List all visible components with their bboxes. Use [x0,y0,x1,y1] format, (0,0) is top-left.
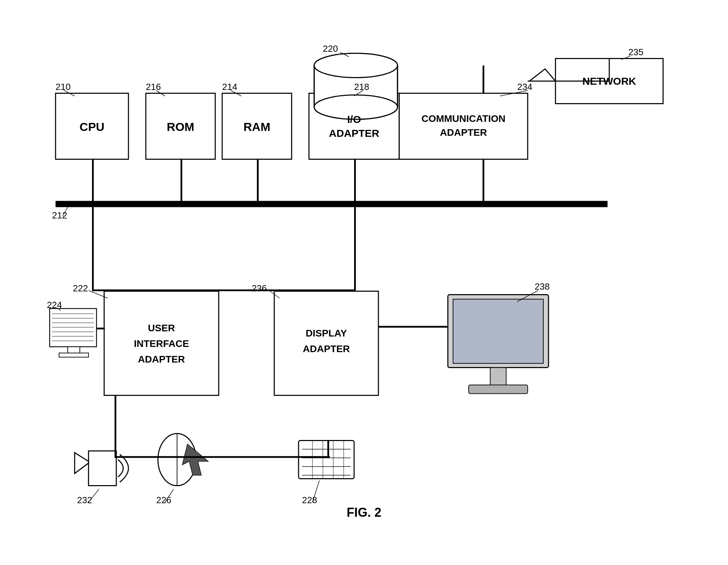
svg-text:ROM: ROM [167,120,194,133]
svg-marker-46 [75,453,89,474]
svg-line-64 [156,91,165,96]
svg-rect-4 [483,159,484,202]
svg-text:224: 224 [47,300,62,310]
svg-text:218: 218 [354,82,369,92]
svg-rect-45 [89,451,116,486]
svg-line-76 [62,204,69,217]
svg-text:NETWORK: NETWORK [583,75,636,87]
svg-rect-9 [483,66,484,125]
svg-rect-33 [299,441,354,479]
svg-rect-17 [274,291,378,396]
svg-rect-0 [92,159,94,202]
svg-rect-32 [469,385,528,394]
svg-text:216: 216 [146,82,161,92]
svg-text:228: 228 [302,495,317,505]
svg-line-80 [269,291,279,298]
svg-text:RAM: RAM [243,120,270,133]
svg-rect-20 [314,66,398,107]
svg-rect-6 [354,207,356,291]
svg-rect-7 [92,290,355,291]
svg-rect-30 [453,299,543,364]
svg-rect-5 [92,207,94,291]
svg-marker-44 [182,444,208,475]
svg-rect-29 [448,295,549,368]
svg-line-86 [89,489,99,502]
svg-text:236: 236 [252,283,267,293]
svg-text:210: 210 [56,82,70,92]
svg-rect-2 [257,159,259,202]
svg-rect-56 [59,353,89,357]
svg-text:ADAPTER: ADAPTER [440,127,487,138]
diagram-container: 210 216 214 218 220 234 235 212 222 236 … [21,21,707,530]
svg-text:214: 214 [222,82,237,92]
svg-line-62 [64,91,75,96]
system-bus [56,201,608,207]
svg-line-88 [165,489,174,502]
svg-text:INTERFACE: INTERFACE [134,338,189,349]
svg-rect-14 [399,93,528,159]
svg-text:234: 234 [517,82,532,92]
svg-point-25 [314,95,398,119]
svg-text:I/O: I/O [347,114,361,125]
svg-line-72 [500,91,528,96]
svg-rect-11 [146,93,215,159]
svg-rect-8 [354,66,356,125]
svg-line-66 [231,91,241,96]
svg-point-42 [158,434,196,486]
svg-line-78 [89,291,108,298]
svg-point-21 [314,95,398,119]
svg-rect-58 [115,456,330,458]
svg-text:COMMUNICATION: COMMUNICATION [421,113,505,124]
svg-text:226: 226 [156,495,171,505]
svg-text:238: 238 [535,281,550,292]
svg-line-90 [312,481,319,502]
figure-label: FIG. 2 [346,505,381,520]
svg-rect-16 [104,291,219,396]
svg-text:220: 220 [323,43,338,54]
svg-text:DISPLAY: DISPLAY [306,328,347,339]
svg-line-82 [517,291,538,302]
svg-rect-1 [181,159,182,202]
svg-rect-59 [327,441,329,458]
svg-text:235: 235 [628,47,643,57]
svg-line-68 [354,91,363,96]
svg-text:212: 212 [52,210,67,221]
svg-rect-13 [309,93,399,159]
svg-line-84 [57,308,61,311]
svg-text:ADAPTER: ADAPTER [329,127,379,139]
svg-rect-60 [97,328,105,330]
svg-rect-15 [555,59,663,104]
svg-line-70 [340,52,349,57]
svg-point-26 [314,53,398,78]
svg-rect-47 [50,309,97,347]
svg-text:ADAPTER: ADAPTER [303,343,350,354]
svg-rect-3 [354,159,356,202]
svg-text:232: 232 [77,495,92,505]
svg-text:USER: USER [148,323,175,333]
svg-rect-55 [68,347,80,354]
svg-rect-57 [115,396,116,458]
svg-rect-31 [490,368,506,387]
svg-text:CPU: CPU [80,120,104,133]
svg-rect-12 [222,93,292,159]
svg-rect-18 [378,326,448,328]
svg-text:ADAPTER: ADAPTER [138,354,185,365]
svg-rect-10 [56,93,128,159]
svg-rect-22 [315,66,396,107]
svg-line-74 [621,56,630,60]
svg-point-19 [314,53,398,78]
svg-text:222: 222 [73,283,88,293]
